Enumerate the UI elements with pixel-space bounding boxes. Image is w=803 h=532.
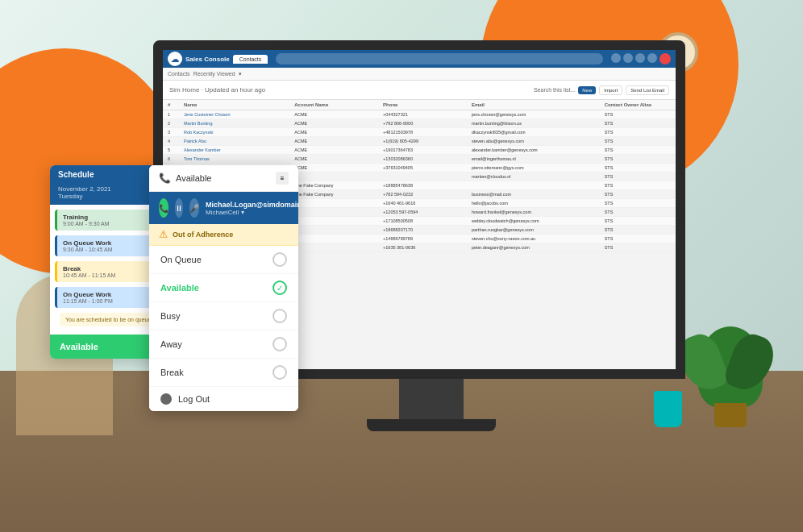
status-on-queue-radio[interactable] bbox=[273, 252, 287, 267]
pause-button[interactable]: ⏸ bbox=[175, 198, 183, 218]
sf-th-phone: Phone bbox=[383, 102, 472, 107]
sf-new-button[interactable]: New bbox=[578, 86, 596, 94]
status-item-break[interactable]: Break bbox=[149, 359, 298, 387]
sf-th-account: Account Name bbox=[294, 102, 383, 107]
sf-recently-viewed: Recently Viewed bbox=[193, 71, 235, 77]
break-time: 10:45 AM - 11:15 AM bbox=[63, 272, 159, 278]
schedule-title: Schedule bbox=[58, 170, 94, 179]
status-break-label: Break bbox=[160, 368, 184, 377]
schedule-event-break: Break 10:45 AM - 11:15 AM bbox=[55, 261, 164, 282]
status-on-queue-label: On Queue bbox=[160, 255, 202, 264]
onqueue1-title: On Queue Work bbox=[63, 239, 159, 247]
sf-table-header: # Name Account Name Phone Email Contact … bbox=[163, 100, 676, 110]
sf-top-icons bbox=[611, 53, 671, 64]
schedule-event-onqueue1: On Queue Work 9:30 AM - 10:45 AM bbox=[55, 235, 164, 256]
training-time: 9:00 AM - 9:30 AM bbox=[63, 221, 159, 227]
training-title: Training bbox=[63, 214, 159, 221]
onqueue2-time: 11:15 AM - 1:00 PM bbox=[63, 298, 159, 304]
sf-contacts-home-link: Sim Home · Updated an hour ago bbox=[169, 86, 265, 94]
sf-user-avatar[interactable] bbox=[659, 53, 671, 64]
sf-subbar: Contacts Recently Viewed ▾ bbox=[163, 68, 676, 81]
crm-widget: 📞 Available ≡ 📞 ⏸ 🎤 Michael.Logan@simdom… bbox=[149, 165, 298, 411]
monitor-stand bbox=[399, 379, 464, 419]
logout-label: Log Out bbox=[178, 394, 210, 404]
logout-icon bbox=[160, 393, 172, 405]
call-button[interactable]: 📞 bbox=[159, 198, 169, 218]
onqueue1-time: 9:30 AM - 10:45 AM bbox=[63, 247, 159, 252]
sf-import-button[interactable]: Import bbox=[599, 85, 622, 95]
crm-user-email: Michael.Logan@simdomain... bbox=[206, 201, 298, 209]
status-busy-label: Busy bbox=[160, 311, 180, 321]
crm-widget-header: 📞 Available ≡ bbox=[149, 165, 298, 192]
sf-contacts-bar: Sim Home · Updated an hour ago Search th… bbox=[163, 81, 676, 100]
crm-status-label: Available bbox=[176, 173, 211, 183]
sf-icon-3 bbox=[635, 53, 645, 63]
onqueue2-title: On Queue Work bbox=[63, 291, 159, 298]
table-row: 1Jens Customer ChosenACME+044327321jens.… bbox=[163, 110, 676, 119]
sf-app-name: Sales Console bbox=[185, 56, 230, 63]
sf-contacts-actions: Search this list... New Import Send List… bbox=[534, 85, 669, 95]
table-row: 4Patrick AbuACME+1(619) 805-4299steven.a… bbox=[163, 137, 676, 146]
table-row: 3Rob KaczynskiACME+48121503978dkaczynski… bbox=[163, 128, 676, 137]
status-available-label: Available bbox=[160, 283, 199, 293]
sf-icon-4 bbox=[647, 53, 657, 63]
status-item-available[interactable]: Available bbox=[149, 274, 298, 302]
sf-icon-1 bbox=[611, 53, 621, 63]
notice-text: You are scheduled to be on queue. bbox=[65, 317, 152, 322]
crm-user-cell[interactable]: MichaelCell ▾ bbox=[206, 209, 298, 216]
logout-item[interactable]: Log Out bbox=[149, 387, 298, 411]
sf-search-this: Search this list... bbox=[534, 87, 575, 93]
table-row: 6Tom ThomasACME+13032086360email@ingerth… bbox=[163, 155, 676, 164]
schedule-day-text: Tuesday bbox=[58, 193, 161, 200]
sf-th-name: Name bbox=[184, 102, 294, 107]
status-available-radio[interactable] bbox=[273, 281, 287, 295]
sf-contacts-tab[interactable]: Contacts bbox=[233, 55, 268, 64]
status-item-away[interactable]: Away bbox=[149, 330, 298, 359]
crm-call-bar: 📞 ⏸ 🎤 Michael.Logan@simdomain... Michael… bbox=[149, 192, 298, 224]
sf-search-bar[interactable] bbox=[276, 53, 603, 64]
warning-icon: ⚠ bbox=[159, 229, 168, 240]
schedule-event-training: Training 9:00 AM - 9:30 AM bbox=[55, 210, 164, 231]
phone-icon: 📞 bbox=[159, 172, 171, 184]
crm-user-info: Michael.Logan@simdomain... MichaelCell ▾ bbox=[206, 201, 298, 216]
schedule-date-text: November 2, 2021 bbox=[58, 185, 161, 193]
sf-th-num: # bbox=[168, 102, 184, 107]
crm-adherence-banner: ⚠ Out of Adherence bbox=[149, 224, 298, 246]
sf-th-email: Email bbox=[472, 102, 605, 107]
status-busy-radio[interactable] bbox=[273, 309, 287, 323]
sf-breadcrumb: Contacts bbox=[168, 71, 190, 77]
crm-status-list: On Queue Available Busy Away Break Log O… bbox=[149, 246, 298, 411]
crm-status-badge: 📞 Available bbox=[159, 172, 211, 184]
sf-contacts-title-area: Sim Home · Updated an hour ago bbox=[169, 86, 265, 94]
table-row: 2Martin BuntingACME+792 806-9000martin.b… bbox=[163, 119, 676, 128]
sf-caret: ▾ bbox=[239, 71, 242, 77]
plant-pot bbox=[714, 403, 747, 427]
status-away-label: Away bbox=[160, 339, 182, 349]
status-break-radio[interactable] bbox=[273, 365, 287, 380]
sf-topbar: ☁ Sales Console Contacts bbox=[163, 50, 676, 68]
status-away-radio[interactable] bbox=[273, 337, 287, 351]
adherence-text: Out of Adherence bbox=[173, 231, 233, 239]
sf-icon-2 bbox=[623, 53, 633, 63]
mic-button[interactable]: 🎤 bbox=[189, 198, 199, 218]
available-text: Available bbox=[60, 342, 98, 351]
crm-header-icons: ≡ bbox=[276, 172, 289, 185]
status-item-on-queue[interactable]: On Queue bbox=[149, 246, 298, 274]
sf-logo: ☁ bbox=[168, 52, 182, 66]
status-item-busy[interactable]: Busy bbox=[149, 302, 298, 330]
table-row: 5Alexander KamberACME+19017364783alexand… bbox=[163, 146, 676, 155]
sf-th-owner: Contact Owner Alias bbox=[605, 102, 671, 107]
schedule-notice: You are scheduled to be on queue. ✕ bbox=[60, 313, 160, 326]
break-title: Break bbox=[63, 265, 159, 272]
crm-menu-icon[interactable]: ≡ bbox=[276, 172, 289, 185]
monitor-base bbox=[367, 419, 496, 431]
schedule-event-onqueue2: On Queue Work 11:15 AM - 1:00 PM bbox=[55, 287, 164, 308]
sf-send-list-email-button[interactable]: Send List Email bbox=[626, 85, 669, 95]
